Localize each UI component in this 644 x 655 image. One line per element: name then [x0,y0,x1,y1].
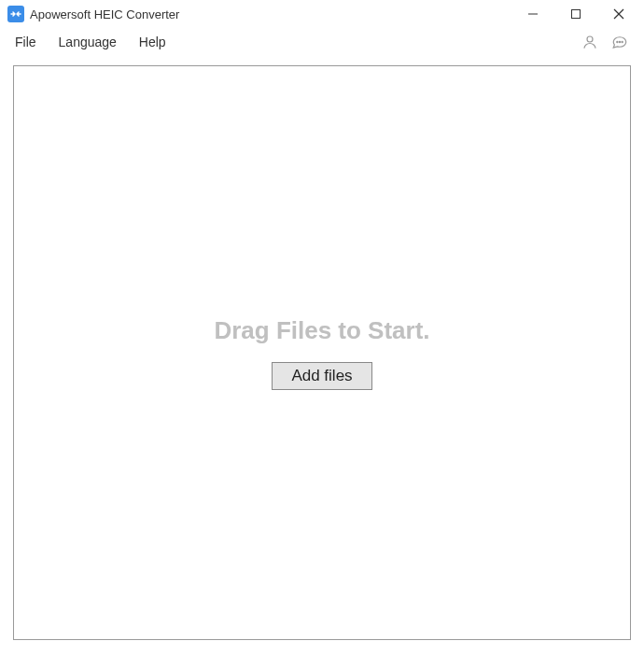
titlebar: Apowersoft HEIC Converter [0,0,644,28]
titlebar-left: Apowersoft HEIC Converter [7,6,179,22]
drag-instruction-text: Drag Files to Start. [214,316,429,345]
svg-point-7 [622,41,623,42]
drop-zone[interactable]: Drag Files to Start. Add files [13,65,631,640]
menu-language[interactable]: Language [48,31,128,53]
user-icon[interactable] [581,33,599,51]
menu-help[interactable]: Help [128,31,177,53]
add-files-button[interactable]: Add files [272,362,371,390]
menu-file[interactable]: File [0,31,48,53]
app-title: Apowersoft HEIC Converter [30,7,179,21]
menu-items: File Language Help [0,31,177,53]
maximize-button[interactable] [554,0,597,28]
svg-point-4 [587,36,593,42]
minimize-button[interactable] [511,0,554,28]
svg-point-5 [617,41,618,42]
svg-rect-1 [572,10,581,19]
menubar: File Language Help [0,28,644,56]
feedback-icon[interactable] [610,33,629,51]
app-icon [7,6,24,22]
menubar-icons [581,33,635,51]
window-controls [511,0,640,28]
svg-point-6 [619,41,620,42]
close-button[interactable] [597,0,640,28]
